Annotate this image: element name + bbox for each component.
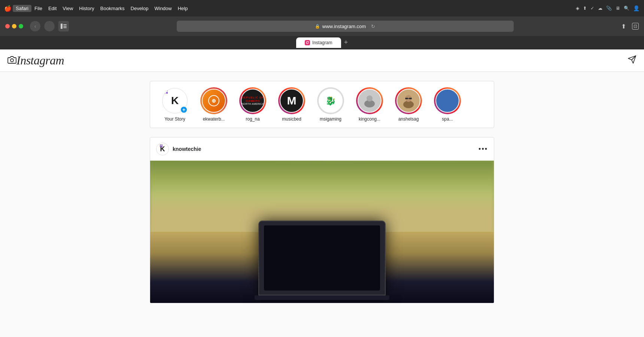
ekwaterb-ring: ⊕ xyxy=(200,87,227,114)
url-text: www.instagram.com xyxy=(322,24,366,29)
sysbar-icon-6: 🖥 xyxy=(616,6,620,11)
post-laptop xyxy=(258,221,386,303)
svg-rect-18 xyxy=(405,98,408,99)
camera-icon[interactable] xyxy=(7,55,16,66)
svg-rect-20 xyxy=(408,98,409,99)
msi-avatar-wrap: 🐉 xyxy=(317,87,344,114)
story-musicbed[interactable]: M musicbed xyxy=(273,87,310,122)
svg-rect-3 xyxy=(63,27,67,28)
anshelsag-avatar xyxy=(397,89,420,113)
story-ekwaterb[interactable]: ⊕ ekwaterb... xyxy=(195,87,233,122)
ekwaterb-avatar: ⊕ xyxy=(202,89,226,113)
menu-edit[interactable]: Edit xyxy=(45,5,60,12)
spa-avatar-wrap xyxy=(434,87,461,114)
menu-help[interactable]: Help xyxy=(175,5,191,12)
your-story-username: Your Story xyxy=(164,116,185,122)
rog-logo: REPUBLIC OF GAMERS NORTH AMERICA xyxy=(242,96,264,105)
sysbar-icon-2: ⬆ xyxy=(583,6,587,11)
menu-safari[interactable]: Safari xyxy=(13,5,31,12)
post-username[interactable]: knowtechie xyxy=(173,146,201,152)
menu-file[interactable]: File xyxy=(31,5,45,12)
msi-dragon-icon: 🐉 xyxy=(323,94,338,108)
menu-window[interactable]: Window xyxy=(151,5,174,12)
active-tab[interactable]: Instagram xyxy=(296,37,341,48)
menu-develop[interactable]: Develop xyxy=(128,5,152,12)
apple-icon[interactable]: 🍎 xyxy=(4,5,11,12)
ekwaterb-logo: ⊕ xyxy=(208,95,220,107)
traffic-lights xyxy=(5,24,23,28)
reload-button[interactable]: ↻ xyxy=(371,24,375,29)
traffic-light-close[interactable] xyxy=(5,24,10,28)
musicbed-ring: M xyxy=(278,87,305,114)
story-anshelsag[interactable]: anshelsag xyxy=(390,87,427,122)
anshelsag-photo xyxy=(401,93,416,108)
post-avatar-letter: K xyxy=(160,145,165,153)
svg-point-7 xyxy=(10,59,13,62)
svg-point-14 xyxy=(367,95,373,101)
menu-history[interactable]: History xyxy=(76,5,97,12)
post-more-button[interactable]: ••• xyxy=(479,145,488,153)
traffic-light-minimize[interactable] xyxy=(12,24,16,28)
svg-rect-0 xyxy=(61,24,63,29)
spa-avatar xyxy=(435,89,459,113)
forward-button[interactable]: › xyxy=(44,21,55,31)
story-your-story[interactable]: K + xyxy=(156,87,194,122)
safari-toolbar: ‹ › 🔒 www.instagram.com ↻ ⬆ ⊡ xyxy=(0,16,644,36)
stories-row: K + xyxy=(150,87,494,122)
story-rog[interactable]: REPUBLIC OF GAMERS NORTH AMERICA rog_na xyxy=(234,87,271,122)
share-button[interactable]: ⬆ xyxy=(621,23,626,30)
back-button[interactable]: ‹ xyxy=(30,21,40,31)
svg-text:⊕: ⊕ xyxy=(212,98,216,104)
sysbar-icon-1: ◈ xyxy=(576,6,579,11)
system-bar: ◈ ⬆ ✓ ☁ 📎 🖥 🔍 👤 xyxy=(576,5,640,11)
rog-username: rog_na xyxy=(246,116,259,122)
user-avatar-icon: 👤 xyxy=(633,5,640,11)
anshelsag-avatar-wrap xyxy=(395,87,422,114)
send-icon[interactable] xyxy=(628,55,637,66)
sysbar-icon-4: ☁ xyxy=(598,6,602,11)
post-container: K knowtechie ••• xyxy=(150,137,494,303)
rog-avatar: REPUBLIC OF GAMERS NORTH AMERICA xyxy=(241,89,265,113)
instagram-app: Instagram K xyxy=(0,49,644,337)
ig-header: Instagram xyxy=(0,49,644,72)
musicbed-avatar-wrap: M xyxy=(278,87,305,114)
toolbar-right-actions: ⬆ ⊡ xyxy=(621,23,639,30)
traffic-light-fullscreen[interactable] xyxy=(19,24,23,28)
svg-rect-1 xyxy=(63,24,67,25)
musicbed-letter: M xyxy=(287,94,297,107)
post-k-dots xyxy=(160,145,163,148)
svg-rect-2 xyxy=(63,26,67,27)
ig-content[interactable]: K + xyxy=(0,72,644,337)
url-bar[interactable]: 🔒 www.instagram.com ↻ xyxy=(177,21,514,32)
spa-ring xyxy=(434,87,461,114)
sidebar-toggle-button[interactable] xyxy=(58,21,69,31)
stories-container: K + xyxy=(150,81,494,128)
instagram-favicon xyxy=(305,40,310,45)
kingcong-ring xyxy=(356,87,383,114)
menu-view[interactable]: View xyxy=(60,5,76,12)
menu-bookmarks[interactable]: Bookmarks xyxy=(97,5,128,12)
kingcong-avatar xyxy=(358,89,382,113)
ekwaterb-avatar-wrap: ⊕ xyxy=(200,87,227,114)
new-tab-button[interactable]: + xyxy=(344,39,348,46)
add-story-badge[interactable]: + xyxy=(180,106,188,113)
musicbed-avatar: M xyxy=(280,89,304,113)
macos-titlebar: 🍎 Safari File Edit View History Bookmark… xyxy=(0,0,644,16)
msi-ring: 🐉 xyxy=(317,87,344,114)
story-kingcong[interactable]: kingcong... xyxy=(351,87,388,122)
story-msi[interactable]: 🐉 msigaming xyxy=(312,87,349,122)
kingcong-photo xyxy=(362,93,377,108)
mac-menu: 🍎 Safari File Edit View History Bookmark… xyxy=(4,5,573,12)
anshelsag-ring xyxy=(395,87,422,114)
svg-rect-4 xyxy=(305,40,310,45)
tab-view-button[interactable]: ⊡ xyxy=(632,23,639,30)
svg-point-6 xyxy=(308,41,309,42)
svg-rect-19 xyxy=(409,98,412,99)
musicbed-username: musicbed xyxy=(282,116,301,122)
rog-avatar-wrap: REPUBLIC OF GAMERS NORTH AMERICA xyxy=(239,87,266,114)
tab-title: Instagram xyxy=(312,40,332,45)
post-image xyxy=(150,161,494,303)
post-header: K knowtechie ••• xyxy=(150,137,494,161)
story-spa[interactable]: spa... xyxy=(429,87,466,122)
post-avatar[interactable]: K xyxy=(156,143,169,155)
